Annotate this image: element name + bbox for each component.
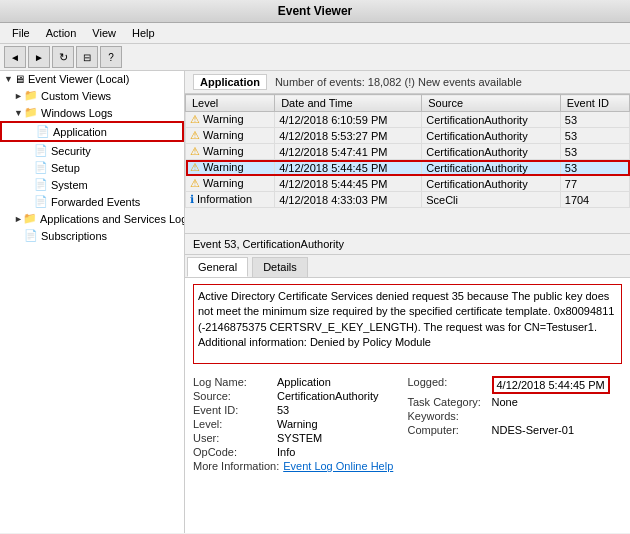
content-header: Application Number of events: 18,082 (!)… (185, 71, 630, 94)
sidebar-item-forwarded-events[interactable]: 📄 Forwarded Events (0, 193, 184, 210)
table-row[interactable]: ⚠ Warning4/12/2018 5:44:45 PMCertificati… (186, 160, 630, 176)
sidebar-item-security[interactable]: 📄 Security (0, 142, 184, 159)
toolbar-back[interactable]: ◄ (4, 46, 26, 68)
col-datetime[interactable]: Date and Time (275, 95, 422, 112)
cell-level: ℹ Information (186, 192, 275, 208)
event-fields: Log Name: Application Source: Certificat… (185, 370, 630, 478)
cell-datetime: 4/12/2018 5:53:27 PM (275, 128, 422, 144)
field-keywords: Keywords: (408, 410, 623, 422)
event-id-label: Event ID: (193, 404, 273, 416)
sidebar-item-application[interactable]: 📄 Application (0, 121, 184, 142)
folder-icon: 📁 (23, 212, 37, 225)
expand-icon: ▼ (4, 74, 14, 84)
events-table-container: Level Date and Time Source Event ID ⚠ Wa… (185, 94, 630, 234)
event-message-box[interactable]: Active Directory Certificate Services de… (193, 284, 622, 364)
title-text: Event Viewer (278, 4, 352, 18)
task-cat-value: None (492, 396, 518, 408)
more-info-label: More Information: (193, 460, 279, 472)
cell-datetime: 4/12/2018 5:44:45 PM (275, 176, 422, 192)
sidebar-item-custom-views[interactable]: ► 📁 Custom Views (0, 87, 184, 104)
content-area: Application Number of events: 18,082 (!)… (185, 71, 630, 533)
event-id-value: 53 (277, 404, 289, 416)
menu-help[interactable]: Help (124, 25, 163, 41)
log-name-value: Application (277, 376, 331, 388)
col-eventid[interactable]: Event ID (560, 95, 629, 112)
level-label: Level: (193, 418, 273, 430)
menu-bar: File Action View Help (0, 23, 630, 44)
cell-source: CertificationAuthority (422, 112, 561, 128)
source-value: CertificationAuthority (277, 390, 379, 402)
level-value: Warning (277, 418, 318, 430)
event-detail: Event 53, CertificationAuthority General… (185, 234, 630, 533)
table-row[interactable]: ⚠ Warning4/12/2018 5:44:45 PMCertificati… (186, 176, 630, 192)
cell-datetime: 4/12/2018 6:10:59 PM (275, 112, 422, 128)
event-detail-title: Event 53, CertificationAuthority (185, 234, 630, 255)
expand-icon: ▼ (14, 108, 24, 118)
sidebar-item-apps-services[interactable]: ► 📁 Applications and Services Logs (0, 210, 184, 227)
field-more-info: More Information: Event Log Online Help (193, 460, 408, 472)
expand-icon: ► (14, 214, 23, 224)
user-label: User: (193, 432, 273, 444)
table-row[interactable]: ⚠ Warning4/12/2018 6:10:59 PMCertificati… (186, 112, 630, 128)
title-bar: Event Viewer (0, 0, 630, 23)
field-task-category: Task Category: None (408, 396, 623, 408)
menu-file[interactable]: File (4, 25, 38, 41)
cell-eventid: 77 (560, 176, 629, 192)
field-opcode: OpCode: Info (193, 446, 408, 458)
content-tab-application[interactable]: Application (193, 74, 267, 90)
cell-datetime: 4/12/2018 5:44:45 PM (275, 160, 422, 176)
tab-general[interactable]: General (187, 257, 248, 277)
menu-view[interactable]: View (84, 25, 124, 41)
table-row[interactable]: ℹ Information4/12/2018 4:33:03 PMSceCli1… (186, 192, 630, 208)
sidebar-item-subscriptions[interactable]: 📄 Subscriptions (0, 227, 184, 244)
folder-icon: 📁 (24, 106, 38, 119)
tab-details[interactable]: Details (252, 257, 308, 277)
sidebar-item-system[interactable]: 📄 System (0, 176, 184, 193)
logged-value: 4/12/2018 5:44:45 PM (492, 376, 610, 394)
cell-source: CertificationAuthority (422, 128, 561, 144)
sidebar-item-windows-logs[interactable]: ▼ 📁 Windows Logs (0, 104, 184, 121)
source-label: Source: (193, 390, 273, 402)
field-level: Level: Warning (193, 418, 408, 430)
fields-left: Log Name: Application Source: Certificat… (193, 374, 408, 474)
toolbar-collapse[interactable]: ⊟ (76, 46, 98, 68)
field-logged: Logged: 4/12/2018 5:44:45 PM (408, 376, 623, 394)
sidebar-label: Event Viewer (Local) (28, 73, 129, 85)
doc-icon: 📄 (34, 178, 48, 191)
cell-level: ⚠ Warning (186, 176, 275, 192)
cell-source: SceCli (422, 192, 561, 208)
events-table: Level Date and Time Source Event ID ⚠ Wa… (185, 94, 630, 208)
cell-eventid: 53 (560, 112, 629, 128)
cell-level: ⚠ Warning (186, 160, 275, 176)
table-row[interactable]: ⚠ Warning4/12/2018 5:47:41 PMCertificati… (186, 144, 630, 160)
field-computer: Computer: NDES-Server-01 (408, 424, 623, 436)
col-source[interactable]: Source (422, 95, 561, 112)
computer-label: Computer: (408, 424, 488, 436)
more-info-link[interactable]: Event Log Online Help (283, 460, 393, 472)
task-cat-label: Task Category: (408, 396, 488, 408)
table-row[interactable]: ⚠ Warning4/12/2018 5:53:27 PMCertificati… (186, 128, 630, 144)
sidebar-label: Custom Views (41, 90, 111, 102)
menu-action[interactable]: Action (38, 25, 85, 41)
cell-source: CertificationAuthority (422, 176, 561, 192)
sidebar-item-event-viewer-local[interactable]: ▼ 🖥 Event Viewer (Local) (0, 71, 184, 87)
event-tabs: General Details (185, 255, 630, 278)
field-user: User: SYSTEM (193, 432, 408, 444)
cell-level: ⚠ Warning (186, 128, 275, 144)
sidebar-label: Setup (51, 162, 80, 174)
field-log-name: Log Name: Application (193, 376, 408, 388)
sidebar-item-setup[interactable]: 📄 Setup (0, 159, 184, 176)
cell-eventid: 1704 (560, 192, 629, 208)
cell-datetime: 4/12/2018 4:33:03 PM (275, 192, 422, 208)
cell-source: CertificationAuthority (422, 160, 561, 176)
content-header-info: Number of events: 18,082 (!) New events … (275, 76, 522, 88)
toolbar-forward[interactable]: ► (28, 46, 50, 68)
log-name-label: Log Name: (193, 376, 273, 388)
logged-label: Logged: (408, 376, 488, 394)
keywords-label: Keywords: (408, 410, 488, 422)
toolbar-help[interactable]: ? (100, 46, 122, 68)
folder-icon: 📁 (24, 89, 38, 102)
opcode-label: OpCode: (193, 446, 273, 458)
toolbar-refresh[interactable]: ↻ (52, 46, 74, 68)
col-level[interactable]: Level (186, 95, 275, 112)
